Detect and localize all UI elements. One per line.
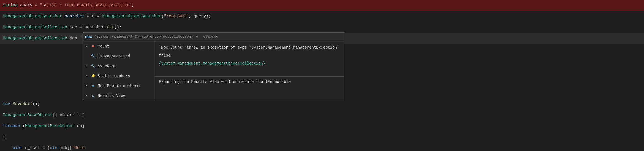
code-line-1: String query = "SELECT * FROM MSNDis_802… [0,0,644,11]
code-line-3: ManagementObjectCollection moc = searche… [0,22,644,33]
tooltip-pin-button[interactable]: ⊟ [196,34,198,40]
tooltip-arrow [80,34,83,38]
tooltip-item-count[interactable]: ► ✖ Count [83,41,154,51]
tooltip-type-text: {System.Management.ManagementObjectColle… [159,61,265,66]
code-line-9: uint u_rssi = (uint)obj["Ndis [0,143,644,151]
wrench-icon-issync: 🔧 [91,54,96,59]
wrench-icon-syncroot: 🔧 [91,64,96,69]
tooltip-item-issync[interactable]: 🔧 IsSynchronized [83,51,154,61]
tooltip-item-nonpublic[interactable]: ► ● Non-Public members [83,81,154,91]
expand-arrow-static: ► [86,74,88,78]
tooltip-right-line2: false [159,53,339,58]
expand-arrow-results: ► [86,94,88,98]
expand-arrow-nonpublic: ► [86,84,88,88]
static-icon: ⭐ [91,74,96,79]
item-label-results: Results View [98,93,126,99]
results-icon: ↻ [91,93,96,98]
code-line-2: ManagementObjectSearcher searcher = new … [0,11,644,22]
tooltip-item-syncroot[interactable]: ► 🔧 SyncRoot [83,61,154,71]
tooltip-header-type: {System.Management.ManagementObjectColle… [94,34,193,40]
keyword-string: String [3,0,18,11]
tooltip-body: ► ✖ Count 🔧 IsSynchronized ► 🔧 SyncRoot [83,41,344,101]
tooltip-header: moc {System.Management.ManagementObjectC… [83,33,344,41]
nonpublic-icon: ● [91,83,96,88]
expand-arrow-syncroot: ► [86,64,88,68]
tooltip-popup: moc {System.Management.ManagementObjectC… [80,32,344,101]
tooltip-items-list: ► ✖ Count 🔧 IsSynchronized ► 🔧 SyncRoot [83,41,154,101]
item-label-syncroot: SyncRoot [98,63,116,69]
expand-arrow-count: ► [86,44,88,49]
tooltip-bottom-message: Expanding the Results View will enumerat… [154,76,344,87]
item-label-nonpublic: Non-Public members [98,83,139,89]
item-label-static: Static members [98,73,130,79]
code-line-8: { [0,132,644,143]
item-label-count: Count [98,43,109,49]
tooltip-right-panel: 'moc.Count' threw an exception of type '… [154,41,344,101]
tooltip-right-line1: 'moc.Count' threw an exception of type '… [159,45,339,51]
code-line-7: foreach (ManagementBaseObject obj [0,121,644,132]
tooltip-elapsed: elapsed [203,34,218,40]
tooltip-right-line3: {System.Management.ManagementObjectColle… [159,61,339,66]
error-icon: ✖ [91,44,96,49]
item-label-issync: IsSynchronized [98,53,130,59]
code-editor: String query = "SELECT * FROM MSNDis_802… [0,0,644,151]
tooltip-item-static[interactable]: ► ⭐ Static members [83,71,154,81]
code-line-6: ManagementBaseObject[] objarr = ( [0,110,644,121]
tooltip-panel: moc {System.Management.ManagementObjectC… [83,32,344,101]
tooltip-header-name: moc [85,34,92,40]
tooltip-item-results[interactable]: ► ↻ Results View [83,91,154,101]
